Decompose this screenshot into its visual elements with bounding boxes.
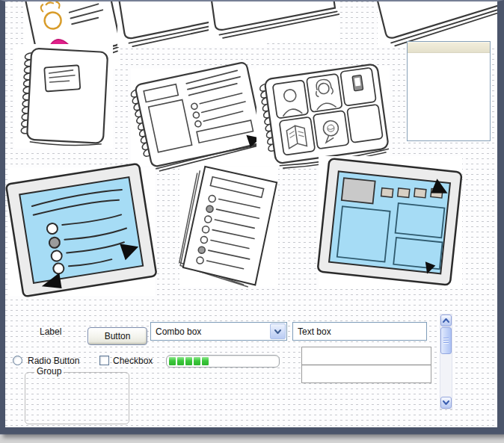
app-window: Label Button Combo box Radio Button Chec…	[0, 0, 504, 434]
sketch-blue-slide-tablet[interactable]	[8, 167, 155, 296]
design-canvas: Label Button Combo box Radio Button Chec…	[5, 1, 497, 427]
radio-button-label: Radio Button	[28, 356, 79, 366]
combo-box[interactable]: Combo box	[150, 322, 287, 341]
scrollbar-thumb[interactable]	[440, 327, 452, 354]
sketch-photo-album[interactable]	[256, 66, 390, 166]
progress-segments	[169, 357, 210, 365]
scroll-down-button[interactable]	[440, 397, 452, 409]
table-row[interactable]	[302, 347, 431, 365]
checkbox-label: Checkbox	[113, 356, 153, 366]
chevron-down-icon	[274, 329, 281, 334]
group-box-label: Group	[34, 366, 64, 377]
blank-panel-preview[interactable]	[407, 41, 491, 141]
progress-segment	[202, 357, 209, 365]
radio-button[interactable]	[13, 356, 22, 365]
progress-segment	[194, 357, 200, 365]
progress-segment	[177, 357, 184, 365]
chevron-down-icon	[443, 400, 449, 405]
group-box: Group	[25, 372, 129, 424]
desktop-background: Label Button Combo box Radio Button Chec…	[0, 0, 504, 443]
chevron-up-icon	[443, 318, 449, 323]
push-button[interactable]: Button	[87, 327, 147, 345]
text-box[interactable]	[292, 322, 427, 341]
list-table-body	[302, 347, 431, 382]
sketch-checklist-paper[interactable]	[179, 167, 278, 288]
sketch-spiral-notebook[interactable]	[14, 44, 113, 149]
vertical-scrollbar[interactable]	[440, 314, 452, 409]
combo-box-value: Combo box	[151, 326, 201, 337]
progress-segment	[185, 357, 192, 365]
sketch-book-bottom-2[interactable]	[209, 1, 339, 43]
checkbox[interactable]	[99, 356, 109, 365]
progress-segment	[169, 357, 176, 365]
sketch-book-bottom-3[interactable]	[378, 1, 497, 47]
scroll-up-button[interactable]	[440, 315, 452, 326]
static-label: Label	[40, 326, 61, 337]
panel-header	[408, 42, 490, 53]
list-table[interactable]	[301, 347, 431, 383]
sketch-wireframe-sketchbook[interactable]	[131, 69, 262, 166]
table-row[interactable]	[302, 365, 431, 382]
progress-bar	[166, 355, 280, 368]
sketch-blue-wireframe-tablet[interactable]	[319, 156, 462, 289]
combo-dropdown-button[interactable]	[270, 323, 286, 339]
